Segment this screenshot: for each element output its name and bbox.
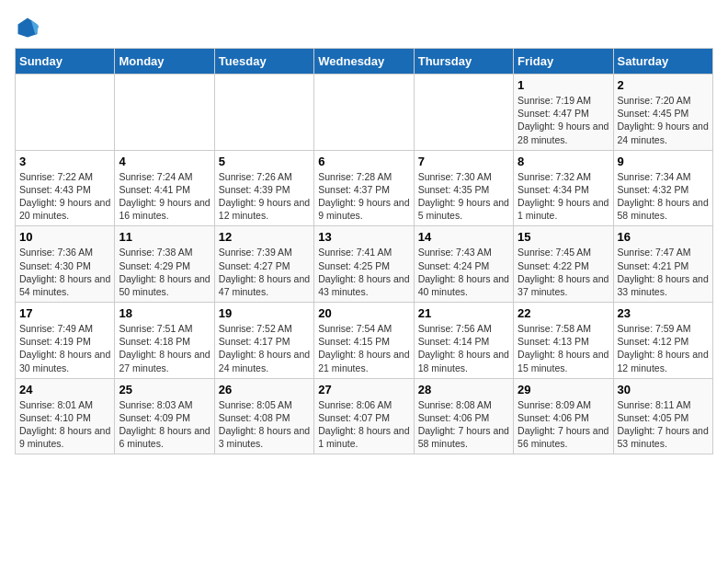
day-cell: 7Sunrise: 7:30 AM Sunset: 4:35 PM Daylig… [414,150,513,226]
day-cell [414,75,513,151]
day-number: 8 [518,155,609,168]
day-info: Sunrise: 7:19 AM Sunset: 4:47 PM Dayligh… [518,94,609,146]
day-cell: 18Sunrise: 7:51 AM Sunset: 4:18 PM Dayli… [115,303,214,379]
day-info: Sunrise: 7:45 AM Sunset: 4:22 PM Dayligh… [518,246,609,298]
week-row-3: 10Sunrise: 7:36 AM Sunset: 4:30 PM Dayli… [16,226,713,303]
day-cell: 21Sunrise: 7:56 AM Sunset: 4:14 PM Dayli… [414,303,513,379]
day-info: Sunrise: 7:59 AM Sunset: 4:12 PM Dayligh… [618,322,709,374]
day-info: Sunrise: 7:56 AM Sunset: 4:14 PM Dayligh… [418,322,509,374]
day-number: 26 [219,383,310,396]
day-number: 23 [618,306,709,320]
day-number: 10 [19,230,110,244]
day-cell: 13Sunrise: 7:41 AM Sunset: 4:25 PM Dayli… [314,226,414,303]
calendar-table: SundayMondayTuesdayWednesdayThursdayFrid… [15,48,713,454]
day-number: 28 [418,383,509,396]
day-number: 22 [518,306,609,320]
day-number: 18 [119,306,210,320]
day-info: Sunrise: 7:54 AM Sunset: 4:15 PM Dayligh… [318,322,409,374]
day-info: Sunrise: 7:20 AM Sunset: 4:45 PM Dayligh… [618,94,709,146]
day-info: Sunrise: 8:08 AM Sunset: 4:06 PM Dayligh… [418,398,509,451]
day-cell: 23Sunrise: 7:59 AM Sunset: 4:12 PM Dayli… [613,303,712,379]
day-number: 11 [119,230,210,244]
day-cell: 29Sunrise: 8:09 AM Sunset: 4:06 PM Dayli… [514,378,613,454]
day-cell: 3Sunrise: 7:22 AM Sunset: 4:43 PM Daylig… [16,150,115,226]
day-cell: 9Sunrise: 7:34 AM Sunset: 4:32 PM Daylig… [613,150,712,226]
day-number: 6 [318,155,409,168]
day-cell: 26Sunrise: 8:05 AM Sunset: 4:08 PM Dayli… [214,378,313,454]
day-cell: 2Sunrise: 7:20 AM Sunset: 4:45 PM Daylig… [613,75,712,151]
day-cell: 10Sunrise: 7:36 AM Sunset: 4:30 PM Dayli… [16,226,115,303]
day-cell: 5Sunrise: 7:26 AM Sunset: 4:39 PM Daylig… [214,150,313,226]
day-number: 19 [219,306,310,320]
day-number: 15 [518,230,609,244]
calendar-header: SundayMondayTuesdayWednesdayThursdayFrid… [16,49,713,75]
day-info: Sunrise: 8:11 AM Sunset: 4:05 PM Dayligh… [618,398,709,451]
day-cell: 12Sunrise: 7:39 AM Sunset: 4:27 PM Dayli… [214,226,313,303]
day-number: 21 [418,306,509,320]
day-cell: 8Sunrise: 7:32 AM Sunset: 4:34 PM Daylig… [514,150,613,226]
day-number: 2 [618,78,709,92]
day-info: Sunrise: 7:52 AM Sunset: 4:17 PM Dayligh… [219,322,310,374]
col-header-monday: Monday [115,49,214,75]
day-info: Sunrise: 8:05 AM Sunset: 4:08 PM Dayligh… [219,398,310,451]
week-row-5: 24Sunrise: 8:01 AM Sunset: 4:10 PM Dayli… [16,378,713,454]
day-cell: 20Sunrise: 7:54 AM Sunset: 4:15 PM Dayli… [314,303,414,379]
day-info: Sunrise: 7:58 AM Sunset: 4:13 PM Dayligh… [518,322,609,374]
day-cell: 25Sunrise: 8:03 AM Sunset: 4:09 PM Dayli… [115,378,214,454]
week-row-1: 1Sunrise: 7:19 AM Sunset: 4:47 PM Daylig… [16,75,713,151]
day-number: 27 [318,383,409,396]
col-header-tuesday: Tuesday [214,49,313,75]
day-number: 1 [518,78,609,92]
day-number: 13 [318,230,409,244]
day-number: 17 [19,306,110,320]
day-cell: 28Sunrise: 8:08 AM Sunset: 4:06 PM Dayli… [414,378,513,454]
day-info: Sunrise: 7:38 AM Sunset: 4:29 PM Dayligh… [119,246,210,298]
day-info: Sunrise: 7:41 AM Sunset: 4:25 PM Dayligh… [318,246,409,298]
day-number: 9 [618,155,709,168]
day-info: Sunrise: 8:01 AM Sunset: 4:10 PM Dayligh… [19,398,110,451]
day-info: Sunrise: 8:06 AM Sunset: 4:07 PM Dayligh… [318,398,409,451]
col-header-saturday: Saturday [613,49,712,75]
day-number: 20 [318,306,409,320]
week-row-2: 3Sunrise: 7:22 AM Sunset: 4:43 PM Daylig… [16,150,713,226]
day-number: 24 [19,383,110,396]
day-cell [314,75,414,151]
day-cell: 17Sunrise: 7:49 AM Sunset: 4:19 PM Dayli… [16,303,115,379]
day-number: 5 [219,155,310,168]
day-number: 3 [19,155,110,168]
day-cell: 24Sunrise: 8:01 AM Sunset: 4:10 PM Dayli… [16,378,115,454]
col-header-friday: Friday [514,49,613,75]
day-info: Sunrise: 7:47 AM Sunset: 4:21 PM Dayligh… [618,246,709,298]
col-header-wednesday: Wednesday [314,49,414,75]
day-info: Sunrise: 7:34 AM Sunset: 4:32 PM Dayligh… [618,170,709,223]
day-number: 7 [418,155,509,168]
day-cell: 16Sunrise: 7:47 AM Sunset: 4:21 PM Dayli… [613,226,712,303]
logo [15,15,44,40]
day-info: Sunrise: 7:30 AM Sunset: 4:35 PM Dayligh… [418,170,509,223]
day-info: Sunrise: 7:39 AM Sunset: 4:27 PM Dayligh… [219,246,310,298]
day-number: 12 [219,230,310,244]
day-cell: 14Sunrise: 7:43 AM Sunset: 4:24 PM Dayli… [414,226,513,303]
col-header-sunday: Sunday [16,49,115,75]
day-cell: 27Sunrise: 8:06 AM Sunset: 4:07 PM Dayli… [314,378,414,454]
day-number: 14 [418,230,509,244]
day-cell: 30Sunrise: 8:11 AM Sunset: 4:05 PM Dayli… [613,378,712,454]
day-cell: 4Sunrise: 7:24 AM Sunset: 4:41 PM Daylig… [115,150,214,226]
day-info: Sunrise: 7:49 AM Sunset: 4:19 PM Dayligh… [19,322,110,374]
logo-icon [15,15,40,40]
day-info: Sunrise: 7:51 AM Sunset: 4:18 PM Dayligh… [119,322,210,374]
day-cell: 22Sunrise: 7:58 AM Sunset: 4:13 PM Dayli… [514,303,613,379]
day-info: Sunrise: 7:36 AM Sunset: 4:30 PM Dayligh… [19,246,110,298]
page-header [15,15,713,40]
day-number: 29 [518,383,609,396]
day-info: Sunrise: 8:09 AM Sunset: 4:06 PM Dayligh… [518,398,609,451]
day-cell: 15Sunrise: 7:45 AM Sunset: 4:22 PM Dayli… [514,226,613,303]
day-info: Sunrise: 7:22 AM Sunset: 4:43 PM Dayligh… [19,170,110,223]
col-header-thursday: Thursday [414,49,513,75]
week-row-4: 17Sunrise: 7:49 AM Sunset: 4:19 PM Dayli… [16,303,713,379]
day-number: 25 [119,383,210,396]
day-cell: 11Sunrise: 7:38 AM Sunset: 4:29 PM Dayli… [115,226,214,303]
day-cell: 1Sunrise: 7:19 AM Sunset: 4:47 PM Daylig… [514,75,613,151]
day-info: Sunrise: 7:32 AM Sunset: 4:34 PM Dayligh… [518,170,609,223]
day-info: Sunrise: 7:28 AM Sunset: 4:37 PM Dayligh… [318,170,409,223]
